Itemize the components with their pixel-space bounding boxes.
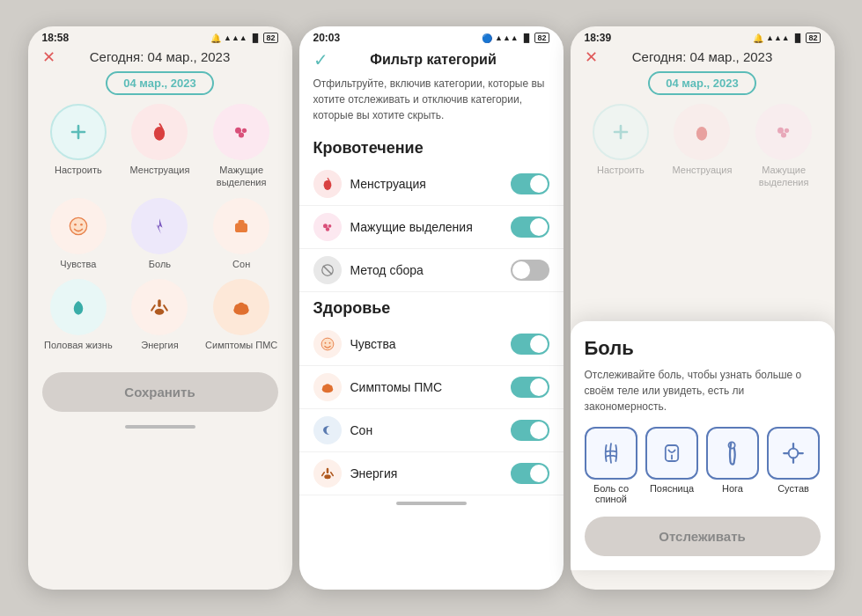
home-indicator-1 <box>125 425 195 429</box>
toggle-pms-switch[interactable] <box>511 377 549 398</box>
svg-point-42 <box>781 132 786 137</box>
pain-icon <box>131 198 188 254</box>
phone1-title: Сегодня: 04 мар., 2023 <box>90 49 231 64</box>
phone2-header: ✓ Фильтр категорий <box>299 46 564 76</box>
toggle-sleep: Сон <box>299 409 564 452</box>
category-grid-3: Настроить Менструация <box>571 104 835 189</box>
svg-point-20 <box>323 180 331 190</box>
close-icon-3[interactable]: ✕ <box>585 48 598 67</box>
close-icon-1[interactable]: ✕ <box>42 48 55 67</box>
time-1: 18:58 <box>42 32 70 44</box>
phone-screen-2: 20:03 🔵 ▲▲▲ ▐▌ 82 ✓ Фильтр категорий Отф… <box>299 26 564 590</box>
grid-item-menstruation[interactable]: Менструация <box>122 104 198 189</box>
svg-point-8 <box>80 224 83 226</box>
svg-line-15 <box>165 305 168 310</box>
phone3-header: ✕ Сегодня: 04 мар., 2023 <box>571 46 835 66</box>
toggle-collection-label: Метод сбора <box>350 263 502 277</box>
phone2-desc: Отфильтруйте, включив категории, которые… <box>299 76 564 132</box>
toggle-spotting-switch[interactable] <box>511 216 549 238</box>
svg-line-36 <box>330 473 333 476</box>
grid-label-sex: Половая жизнь <box>44 339 113 351</box>
toggle-pms-icon <box>313 373 342 401</box>
svg-point-7 <box>74 224 77 226</box>
svg-point-45 <box>729 442 735 448</box>
grid-item-sex[interactable]: Половая жизнь <box>41 279 117 351</box>
pms-icon <box>213 279 269 335</box>
bottom-bar-1 <box>28 419 292 435</box>
chevron-down-icon[interactable]: ✓ <box>313 49 328 70</box>
grid-item-spotting[interactable]: Мажущие выделения <box>203 104 280 189</box>
grid-item-feelings[interactable]: Чувства <box>41 198 117 270</box>
grid-item-energy[interactable]: Энергия <box>122 279 198 351</box>
grid-item-sleep[interactable]: Сон <box>203 198 280 270</box>
phone3-title: Сегодня: 04 мар., 2023 <box>632 49 773 64</box>
save-btn-container: Сохранить <box>28 360 292 419</box>
toggle-energy-switch[interactable] <box>511 463 549 484</box>
date-chip-3[interactable]: 04 мар., 2023 <box>571 71 835 95</box>
svg-point-27 <box>324 342 326 344</box>
toggle-feelings-label: Чувства <box>350 337 502 351</box>
phone2-title: Фильтр категорий <box>335 52 549 68</box>
pain-leg-label: Нога <box>722 483 743 494</box>
toggle-energy: Энергия <box>299 452 564 495</box>
toggle-feelings-switch[interactable] <box>511 334 549 355</box>
phone-screen-3: 18:39 🔔 ▲▲▲ ▐▌ 82 ✕ Сегодня: 04 мар., 20… <box>571 26 835 590</box>
pain-lower-back-label: Поясница <box>650 483 694 494</box>
phone1-header: ✕ Сегодня: 04 мар., 2023 <box>28 46 292 66</box>
svg-point-41 <box>785 128 789 133</box>
sleep-icon <box>213 198 269 254</box>
pain-items-grid: Боль соспиной Поясница <box>585 427 821 504</box>
toggle-menstruation: Менструация <box>299 163 564 206</box>
phone3-body: 18:39 🔔 ▲▲▲ ▐▌ 82 ✕ Сегодня: 04 мар., 20… <box>571 26 835 590</box>
feelings-icon <box>50 198 107 254</box>
grid-item-pain[interactable]: Боль <box>122 198 198 270</box>
toggle-collection-switch[interactable] <box>511 260 549 281</box>
sex-icon <box>50 279 107 335</box>
svg-point-32 <box>324 384 329 389</box>
toggle-feelings-icon <box>313 330 342 358</box>
toggle-menstruation-switch[interactable] <box>511 173 549 194</box>
overlay-pain-desc: Отслеживайте боль, чтобы узнать больше о… <box>585 367 821 414</box>
grid-label-pms: Симптомы ПМС <box>205 339 277 351</box>
svg-point-28 <box>328 342 330 344</box>
time-3: 18:39 <box>585 32 612 44</box>
grid-label-feelings: Чувства <box>60 258 96 270</box>
toggle-menstruation-icon <box>313 170 342 198</box>
home-indicator-2 <box>396 502 467 505</box>
pain-item-back[interactable]: Боль соспиной <box>585 427 638 504</box>
svg-point-34 <box>324 474 331 479</box>
svg-point-6 <box>70 217 86 234</box>
grid-label-spotting: Мажущие выделения <box>203 164 280 189</box>
svg-point-13 <box>155 309 165 315</box>
category-grid-1: Настроить Менструация <box>28 104 292 351</box>
date-chip-1[interactable]: 04 мар., 2023 <box>28 71 292 95</box>
svg-point-23 <box>325 227 328 231</box>
bottom-bar-2 <box>299 495 564 511</box>
svg-point-19 <box>238 303 246 311</box>
phone-screen-1: 18:58 🔔 ▲▲▲ ▐▌ 82 ✕ Сегодня: 04 мар., 20… <box>28 26 292 590</box>
app-container: 18:58 🔔 ▲▲▲ ▐▌ 82 ✕ Сегодня: 04 мар., 20… <box>28 26 835 590</box>
grid-label-customize: Настроить <box>55 164 102 176</box>
status-icons-2: 🔵 ▲▲▲ ▐▌ 82 <box>482 33 549 43</box>
energy-icon <box>131 279 188 335</box>
grid-label-sleep: Сон <box>232 258 250 270</box>
toggle-energy-label: Энергия <box>350 466 502 480</box>
date-chip-label-3: 04 мар., 2023 <box>648 71 755 95</box>
status-bar-1: 18:58 🔔 ▲▲▲ ▐▌ 82 <box>28 26 292 46</box>
spotting-icon <box>213 104 269 160</box>
section-health-title: Здоровье <box>299 292 564 323</box>
save-button[interactable]: Сохранить <box>42 372 278 412</box>
toggle-spotting-label: Мажущие выделения <box>350 220 502 234</box>
svg-point-26 <box>321 338 334 350</box>
toggle-spotting-icon <box>313 213 342 241</box>
toggle-sleep-switch[interactable] <box>511 420 549 441</box>
overlay-pain-title: Боль <box>585 337 821 360</box>
pain-lower-back-icon <box>645 427 698 480</box>
grid-item-customize[interactable]: Настроить <box>41 104 117 189</box>
pain-item-joint[interactable]: Сустав <box>767 427 821 504</box>
grid-item-pms[interactable]: Симптомы ПМС <box>203 279 280 351</box>
pain-item-lower-back[interactable]: Поясница <box>645 427 699 504</box>
track-button[interactable]: Отслеживать <box>585 517 821 556</box>
status-bar-3: 18:39 🔔 ▲▲▲ ▐▌ 82 <box>571 26 835 46</box>
pain-item-leg[interactable]: Нога <box>706 427 760 504</box>
